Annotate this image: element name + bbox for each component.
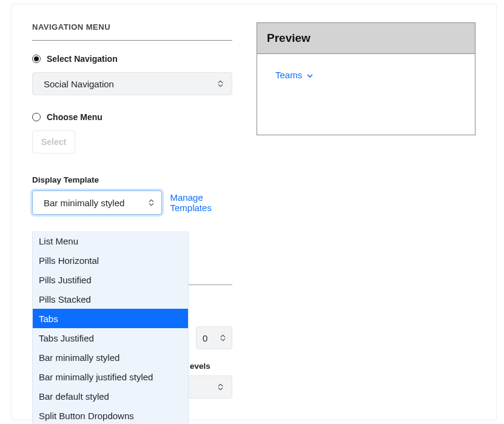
preview-body: Teams <box>257 54 475 135</box>
chevron-down-icon <box>307 70 313 80</box>
display-template-select[interactable]: Bar minimally styled <box>32 190 162 215</box>
dropdown-item[interactable]: Pills Horizontal <box>33 251 188 270</box>
radio-select-navigation[interactable]: Select Navigation <box>32 54 232 64</box>
dropdown-item[interactable]: Tabs <box>33 309 188 328</box>
select-button: Select <box>32 130 75 153</box>
radio-label: Select Navigation <box>47 54 118 64</box>
template-dropdown[interactable]: List MenuPills HorizontalPills Justified… <box>32 231 189 424</box>
radio-choose-menu[interactable]: Choose Menu <box>32 112 232 122</box>
radio-icon <box>32 55 41 63</box>
display-template-label: Display Template <box>32 175 232 184</box>
updown-icon <box>218 81 223 87</box>
right-column: Preview Teams <box>257 22 475 402</box>
dropdown-item[interactable]: Bar minimally styled <box>33 348 188 367</box>
levels-label: evels <box>190 362 210 371</box>
config-panel: NAVIGATION MENU Select Navigation Social… <box>11 4 497 420</box>
select-button-label: Select <box>41 137 66 147</box>
number-value: 0 <box>203 333 207 343</box>
left-column: NAVIGATION MENU Select Navigation Social… <box>32 22 232 402</box>
dropdown-item[interactable]: Pills Stacked <box>33 289 188 309</box>
teams-link-text: Teams <box>275 70 302 80</box>
radio-icon <box>32 113 41 121</box>
section-title: NAVIGATION MENU <box>32 22 232 41</box>
display-template-value: Bar minimally styled <box>44 198 124 208</box>
updown-icon <box>149 200 154 206</box>
number-select-1[interactable]: 0 <box>196 326 232 349</box>
dropdown-item[interactable]: List Menu <box>33 231 188 251</box>
dropdown-item[interactable]: Bar default styled <box>33 386 188 406</box>
dropdown-item[interactable]: Tabs Justified <box>33 328 188 348</box>
updown-icon <box>220 335 226 341</box>
teams-dropdown-link[interactable]: Teams <box>275 70 313 80</box>
updown-icon <box>218 384 223 390</box>
dropdown-item[interactable]: Split Button Dropdowns <box>33 406 188 424</box>
dropdown-item[interactable]: Pills Justified <box>33 270 188 289</box>
dropdown-item[interactable]: Bar minimally justified styled <box>33 367 188 386</box>
preview-header: Preview <box>257 23 475 54</box>
manage-templates-link[interactable]: Manage Templates <box>170 192 232 213</box>
navigation-select-value: Social Navigation <box>44 79 114 89</box>
preview-panel: Preview Teams <box>257 22 475 135</box>
navigation-select[interactable]: Social Navigation <box>32 72 232 95</box>
radio-label: Choose Menu <box>47 112 102 122</box>
